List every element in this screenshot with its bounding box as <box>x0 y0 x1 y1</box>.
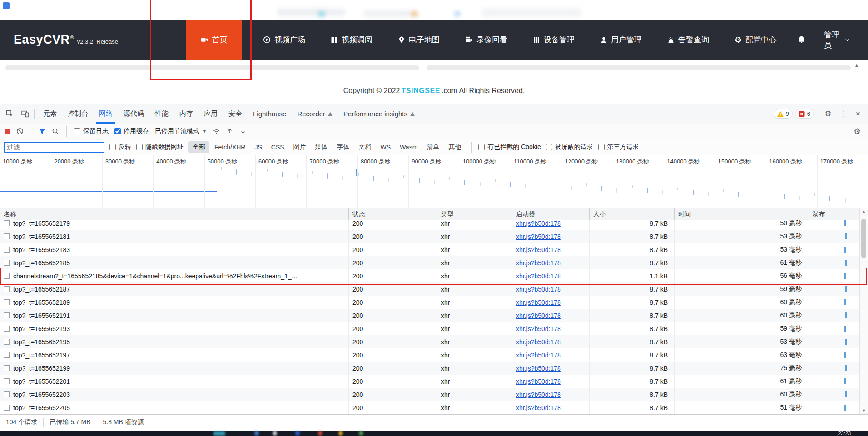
network-overview-timeline[interactable]: 10000 毫秒20000 毫秒30000 毫秒40000 毫秒50000 毫秒… <box>0 155 868 208</box>
filter-pill-图片[interactable]: 图片 <box>289 141 310 153</box>
request-name-cell[interactable]: top?_t=1655652201 <box>0 375 349 388</box>
nav-item-users[interactable]: 用户管理 <box>595 20 646 60</box>
scrollbar-thumb[interactable] <box>861 219 866 258</box>
initiator-link[interactable]: xhr.js?b50d:178 <box>516 246 561 253</box>
filter-pill-字体[interactable]: 字体 <box>333 141 354 153</box>
request-name-cell[interactable]: top?_t=1655652203 <box>0 388 349 401</box>
scroll-down-icon[interactable]: ▼ <box>860 408 868 413</box>
initiator-link[interactable]: xhr.js?b50d:178 <box>516 312 561 319</box>
request-name-cell[interactable]: top?_t=1655652181 <box>0 230 349 243</box>
request-name-cell[interactable]: top?_t=1655652191 <box>0 309 349 322</box>
blocked-requests-checkbox[interactable]: 被屏蔽的请求 <box>546 143 593 151</box>
initiator-link[interactable]: xhr.js?b50d:178 <box>516 272 561 280</box>
preserve-log-checkbox[interactable]: 保留日志 <box>74 127 109 135</box>
network-conditions-icon[interactable] <box>213 128 220 135</box>
disable-cache-checkbox[interactable]: 停用缓存 <box>114 127 149 135</box>
network-settings-gear-icon[interactable]: ⚙ <box>851 127 863 136</box>
search-icon[interactable] <box>52 128 59 135</box>
initiator-link[interactable]: xhr.js?b50d:178 <box>516 325 561 332</box>
column-header-name[interactable]: 名称 <box>0 208 349 220</box>
blocked-cookies-input[interactable] <box>478 144 485 150</box>
filter-input[interactable] <box>4 142 104 153</box>
hide-data-urls-input[interactable] <box>136 144 143 150</box>
initiator-link[interactable]: xhr.js?b50d:178 <box>516 404 561 411</box>
taskbar-icon[interactable] <box>213 431 225 436</box>
nav-item-config[interactable]: ⚙配置中心 <box>730 20 781 60</box>
kebab-menu-icon[interactable]: ⋮ <box>837 109 849 119</box>
invert-checkbox[interactable]: 反转 <box>109 143 131 151</box>
filter-pill-JS[interactable]: JS <box>250 142 266 153</box>
request-name-cell[interactable]: top?_t=1655652199 <box>0 362 349 375</box>
tab-内存[interactable]: 内存 <box>174 104 198 124</box>
nav-item-video-square[interactable]: 视频广场 <box>258 20 310 60</box>
device-toolbar-icon[interactable] <box>17 104 33 124</box>
bell-icon[interactable] <box>797 35 806 44</box>
request-name-cell[interactable]: top?_t=1655652205 <box>0 401 349 414</box>
initiator-link[interactable]: xhr.js?b50d:178 <box>516 259 561 267</box>
disable-cache-input[interactable] <box>114 128 121 134</box>
filter-pill-文档[interactable]: 文档 <box>355 141 376 153</box>
tab-网络[interactable]: 网络 <box>94 104 118 124</box>
tab-元素[interactable]: 元素 <box>38 104 62 124</box>
network-request-row[interactable]: top?_t=1655652179200xhrxhr.js?b50d:1788.… <box>0 220 860 230</box>
nav-item-playback[interactable]: 录像回看 <box>461 20 512 60</box>
tab-控制台[interactable]: 控制台 <box>62 104 94 124</box>
preserve-log-input[interactable] <box>74 128 80 134</box>
initiator-link[interactable]: xhr.js?b50d:178 <box>516 286 561 293</box>
filter-pill-全部[interactable]: 全部 <box>188 141 209 153</box>
filter-pill-清单[interactable]: 清单 <box>422 141 443 153</box>
tab-安全[interactable]: 安全 <box>223 104 248 124</box>
initiator-link[interactable]: xhr.js?b50d:178 <box>516 391 561 398</box>
request-name-cell[interactable]: top?_t=1655652185 <box>0 256 349 269</box>
page-scrollbar-arrow-icon[interactable]: ▲ <box>854 63 859 68</box>
third-party-checkbox[interactable]: 第三方请求 <box>598 143 639 151</box>
filter-funnel-icon[interactable] <box>39 128 46 135</box>
tab-源代码[interactable]: 源代码 <box>118 104 149 124</box>
column-header-waterfall[interactable]: 瀑布 <box>808 208 860 220</box>
filter-pill-CSS[interactable]: CSS <box>267 142 288 153</box>
tab-性能[interactable]: 性能 <box>149 104 174 124</box>
network-request-row[interactable]: top?_t=1655652193200xhrxhr.js?b50d:1788.… <box>0 322 860 335</box>
export-har-icon[interactable] <box>239 128 247 135</box>
nav-item-home[interactable]: 首页 <box>186 20 242 60</box>
network-request-row[interactable]: top?_t=1655652195200xhrxhr.js?b50d:1788.… <box>0 335 860 348</box>
filter-pill-Fetch/XHR[interactable]: Fetch/XHR <box>210 142 249 153</box>
initiator-link[interactable]: xhr.js?b50d:178 <box>516 352 561 359</box>
invert-input[interactable] <box>109 144 116 150</box>
request-name-cell[interactable]: top?_t=1655652193 <box>0 322 349 335</box>
initiator-link[interactable]: xhr.js?b50d:178 <box>516 220 561 227</box>
table-scrollbar[interactable]: ▲ ▼ <box>859 208 868 414</box>
network-request-row[interactable]: top?_t=1655652181200xhrxhr.js?b50d:1788.… <box>0 230 860 243</box>
taskbar-icon[interactable] <box>318 431 322 436</box>
taskbar-icon[interactable] <box>254 431 259 436</box>
third-party-input[interactable] <box>598 144 605 150</box>
column-header-status[interactable]: 状态 <box>349 208 437 220</box>
filter-pill-WS[interactable]: WS <box>377 142 395 153</box>
record-icon[interactable] <box>5 129 10 134</box>
column-header-type[interactable]: 类型 <box>437 208 512 220</box>
initiator-link[interactable]: xhr.js?b50d:178 <box>516 378 561 385</box>
network-request-row[interactable]: top?_t=1655652191200xhrxhr.js?b50d:1788.… <box>0 309 860 322</box>
request-name-cell[interactable]: top?_t=1655652187 <box>0 282 349 296</box>
taskbar-icon[interactable] <box>295 431 300 436</box>
user-menu[interactable]: 管理员 <box>824 30 849 50</box>
tab-Lighthouse[interactable]: Lighthouse <box>248 104 292 124</box>
request-name-cell[interactable]: channelstream?_t=1655652185&device=1&cha… <box>0 269 349 282</box>
network-request-row[interactable]: top?_t=1655652187200xhrxhr.js?b50d:1788.… <box>0 282 860 296</box>
initiator-link[interactable]: xhr.js?b50d:178 <box>516 233 561 240</box>
initiator-link[interactable]: xhr.js?b50d:178 <box>516 299 561 306</box>
nav-item-alarms[interactable]: 告警查询 <box>663 20 714 60</box>
network-request-row[interactable]: top?_t=1655652203200xhrxhr.js?b50d:1788.… <box>0 388 860 401</box>
network-request-row[interactable]: top?_t=1655652205200xhrxhr.js?b50d:1788.… <box>0 401 860 414</box>
request-name-cell[interactable]: top?_t=1655652189 <box>0 296 349 309</box>
filter-pill-Wasm[interactable]: Wasm <box>396 142 422 153</box>
blocked-requests-input[interactable] <box>546 144 552 150</box>
nav-item-emap[interactable]: 电子地图 <box>393 20 444 60</box>
network-request-row[interactable]: top?_t=1655652183200xhrxhr.js?b50d:1788.… <box>0 243 860 256</box>
tab-Performance insights[interactable]: Performance insights <box>338 104 420 124</box>
network-request-row[interactable]: top?_t=1655652185200xhrxhr.js?b50d:1788.… <box>0 256 860 269</box>
close-icon[interactable]: × <box>852 109 864 119</box>
column-header-time[interactable]: 时间 <box>675 208 808 220</box>
nav-item-devices[interactable]: 设备管理 <box>528 20 579 60</box>
inspect-icon[interactable] <box>2 104 17 124</box>
